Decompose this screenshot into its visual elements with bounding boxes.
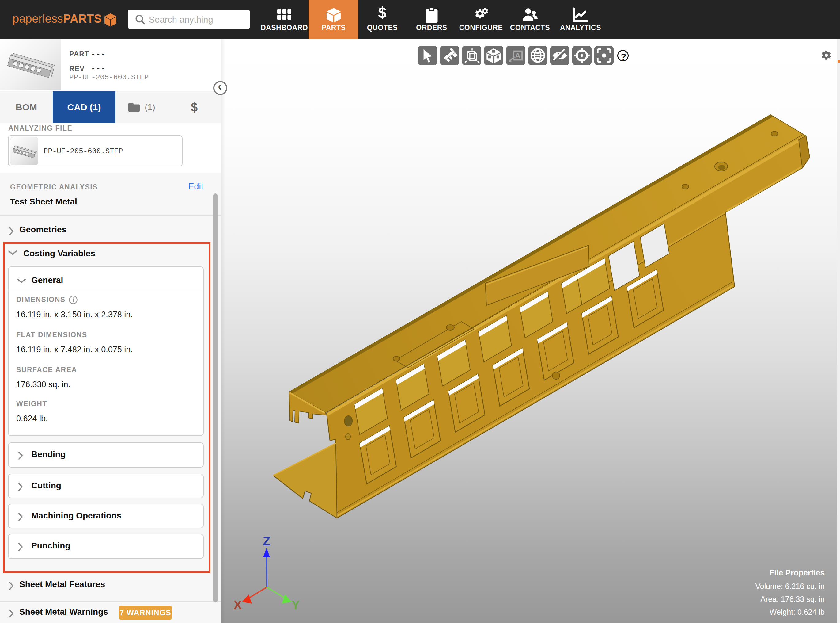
svg-text:X: X [234, 598, 242, 612]
svg-text:A: A [515, 52, 520, 60]
svg-text:Z: Z [263, 534, 270, 548]
svg-text:Y: Y [292, 598, 300, 612]
